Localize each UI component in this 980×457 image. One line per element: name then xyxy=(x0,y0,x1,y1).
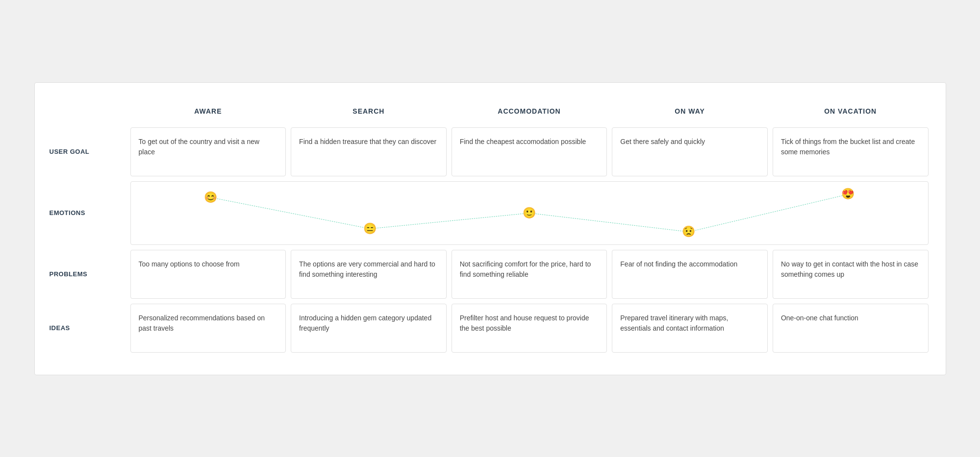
user-goal-accomodation: Find the cheapest accomodation possible xyxy=(452,127,607,176)
problems-accomodation: Not sacrificing comfort for the price, h… xyxy=(452,250,607,299)
emotion-emoji-5: 😍 xyxy=(841,189,854,199)
user-goal-aware: To get out of the country and visit a ne… xyxy=(130,127,286,176)
header-accomodation: ACCOMODATION xyxy=(449,102,610,125)
ideas-on-way: Prepared travel itinerary with maps, ess… xyxy=(612,304,768,353)
problems-aware: Too many options to choose from xyxy=(130,250,286,299)
ideas-accomodation: Prefilter host and house request to prov… xyxy=(452,304,607,353)
emotion-emoji-3: 🙂 xyxy=(523,208,536,218)
emotions-chart-container: 😊 😑 🙂 😟 😍 xyxy=(128,179,931,247)
header-on-vacation: ON VACATION xyxy=(770,102,931,125)
emotion-emoji-2: 😑 xyxy=(363,223,377,234)
emotions-label: EMOTIONS xyxy=(50,179,128,247)
ideas-on-vacation: One-on-one chat function xyxy=(773,304,929,353)
user-goal-on-vacation: Tick of things from the bucket list and … xyxy=(773,127,929,176)
problems-label: PROBLEMS xyxy=(50,247,128,301)
header-search: SEARCH xyxy=(288,102,449,125)
problems-search: The options are very commercial and hard… xyxy=(291,250,447,299)
emotions-chart: 😊 😑 🙂 😟 😍 xyxy=(130,181,929,245)
ideas-label: IDEAS xyxy=(50,301,128,355)
header-aware: AWARE xyxy=(128,102,289,125)
emotion-emoji-4: 😟 xyxy=(682,226,695,237)
user-goal-on-way: Get there safely and quickly xyxy=(612,127,768,176)
header-empty xyxy=(50,102,128,125)
ideas-aware: Personalized recommendations based on pa… xyxy=(130,304,286,353)
header-on-way: ON WAY xyxy=(609,102,770,125)
problems-on-way: Fear of not finding the accommodation xyxy=(612,250,768,299)
user-goal-label: USER GOAL xyxy=(50,125,128,179)
problems-on-vacation: No way to get in contact with the host i… xyxy=(773,250,929,299)
user-goal-search: Find a hidden treasure that they can dis… xyxy=(291,127,447,176)
main-container: AWARE SEARCH ACCOMODATION ON WAY ON VACA… xyxy=(34,82,946,375)
ideas-search: Introducing a hidden gem category update… xyxy=(291,304,447,353)
journey-map-grid: AWARE SEARCH ACCOMODATION ON WAY ON VACA… xyxy=(50,102,931,355)
emotion-emoji-1: 😊 xyxy=(204,192,217,203)
